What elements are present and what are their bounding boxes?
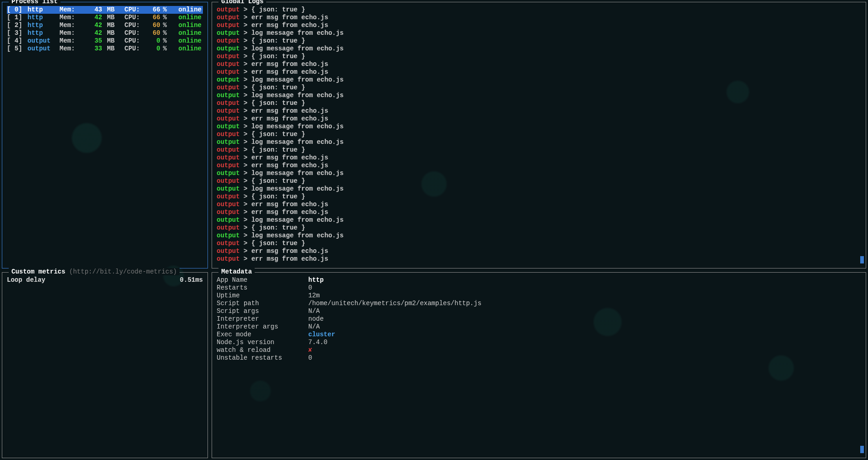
log-separator: > (240, 240, 251, 247)
log-source: output (217, 154, 240, 161)
mem-value: 42 (82, 29, 103, 37)
metadata-key: Node.js version (217, 339, 308, 346)
global-logs-title: Global Logs (218, 0, 266, 5)
process-row[interactable]: [ 5]outputMem:33 MB CPU:0%online (7, 45, 203, 53)
cpu-unit: % (160, 45, 169, 53)
log-source: output (217, 123, 240, 130)
log-source: output (217, 177, 240, 185)
metadata-key: Script args (217, 307, 308, 315)
mem-value: 43 (82, 6, 103, 14)
scroll-indicator-icon[interactable] (860, 256, 864, 263)
global-logs-panel[interactable]: Global Logs output > { json: true }outpu… (212, 2, 866, 268)
log-source: output (217, 162, 240, 169)
log-separator: > (240, 247, 251, 255)
log-source: output (217, 29, 240, 37)
log-message: log message from echo.js (251, 45, 344, 52)
log-source: output (217, 216, 240, 224)
scroll-indicator-icon[interactable] (860, 446, 864, 453)
log-message: { json: true } (251, 193, 306, 200)
log-line: output > log message from echo.js (217, 232, 861, 240)
metadata-value: ✘ (308, 346, 861, 354)
log-line: output > log message from echo.js (217, 123, 861, 131)
process-list-panel[interactable]: Process list [ 0]httpMem:43 MB CPU:66%on… (2, 2, 208, 268)
mem-unit: MB (103, 29, 117, 37)
log-separator: > (240, 224, 251, 231)
log-separator: > (240, 84, 251, 91)
metric-label: Loop delay (7, 276, 45, 284)
log-source: output (217, 208, 240, 216)
mem-unit: MB (103, 6, 117, 14)
log-message: log message from echo.js (251, 185, 344, 192)
log-separator: > (240, 99, 251, 107)
custom-metrics-panel[interactable]: Custom metrics (http://bit.ly/code-metri… (2, 272, 208, 458)
mem-label: Mem: (60, 45, 82, 53)
metadata-value: cluster (308, 331, 861, 339)
cpu-label: CPU: (117, 22, 142, 29)
metadata-key: Uptime (217, 292, 308, 300)
log-line: output > log message from echo.js (217, 216, 861, 224)
process-index: [ 1] (7, 14, 27, 22)
log-source: output (217, 232, 240, 239)
log-line: output > log message from echo.js (217, 29, 861, 37)
log-separator: > (240, 68, 251, 76)
process-row[interactable]: [ 2]httpMem:42 MB CPU:60%online (7, 22, 203, 29)
log-message: err msg from echo.js (251, 208, 328, 216)
log-line: output > { json: true } (217, 53, 861, 60)
process-list-title: Process list (9, 0, 60, 5)
metadata-key: Unstable restarts (217, 354, 308, 362)
log-separator: > (240, 115, 251, 122)
log-separator: > (240, 53, 251, 60)
log-source: output (217, 131, 240, 138)
log-separator: > (240, 177, 251, 185)
metadata-title: Metadata (218, 268, 255, 275)
log-source: output (217, 247, 240, 255)
metadata-key: Restarts (217, 284, 308, 292)
log-source: output (217, 14, 240, 21)
log-source: output (217, 99, 240, 107)
log-line: output > err msg from echo.js (217, 247, 861, 255)
log-separator: > (240, 14, 251, 21)
log-line: output > { json: true } (217, 84, 861, 92)
process-row[interactable]: [ 1]httpMem:42 MB CPU:66%online (7, 14, 203, 22)
log-source: output (217, 185, 240, 192)
log-message: { json: true } (251, 37, 306, 44)
log-message: err msg from echo.js (251, 107, 328, 115)
process-status: online (169, 37, 202, 45)
log-line: output > log message from echo.js (217, 92, 861, 99)
log-source: output (217, 193, 240, 200)
metadata-panel[interactable]: Metadata App NamehttpRestarts0Uptime12mS… (212, 272, 866, 458)
log-line: output > { json: true } (217, 37, 861, 45)
metric-row: Loop delay0.51ms (7, 276, 203, 284)
log-message: log message from echo.js (251, 92, 344, 99)
process-row[interactable]: [ 0]httpMem:43 MB CPU:66%online (7, 6, 203, 14)
cpu-unit: % (160, 37, 169, 45)
log-separator: > (240, 107, 251, 115)
process-name: http (27, 14, 60, 22)
process-status: online (169, 6, 202, 14)
log-line: output > err msg from echo.js (217, 22, 861, 29)
log-message: err msg from echo.js (251, 247, 328, 255)
cpu-unit: % (160, 22, 169, 29)
metadata-key: watch & reload (217, 346, 308, 354)
log-source: output (217, 146, 240, 153)
log-separator: > (240, 37, 251, 44)
log-message: { json: true } (251, 224, 306, 231)
log-message: err msg from echo.js (251, 68, 328, 76)
log-source: output (217, 255, 240, 263)
log-separator: > (240, 201, 251, 208)
log-source: output (217, 53, 240, 60)
process-name: http (27, 6, 60, 14)
log-message: err msg from echo.js (251, 201, 328, 208)
log-line: output > { json: true } (217, 224, 861, 232)
log-line: output > err msg from echo.js (217, 115, 861, 123)
log-source: output (217, 76, 240, 83)
cpu-label: CPU: (117, 37, 142, 45)
process-row[interactable]: [ 3]httpMem:42 MB CPU:60%online (7, 29, 203, 37)
metadata-key: Interpreter args (217, 323, 308, 331)
log-line: output > log message from echo.js (217, 185, 861, 193)
log-separator: > (240, 92, 251, 99)
cpu-unit: % (160, 6, 169, 14)
mem-value: 33 (82, 45, 103, 53)
process-row[interactable]: [ 4]outputMem:35 MB CPU:0%online (7, 37, 203, 45)
metadata-value: 0 (308, 354, 861, 362)
